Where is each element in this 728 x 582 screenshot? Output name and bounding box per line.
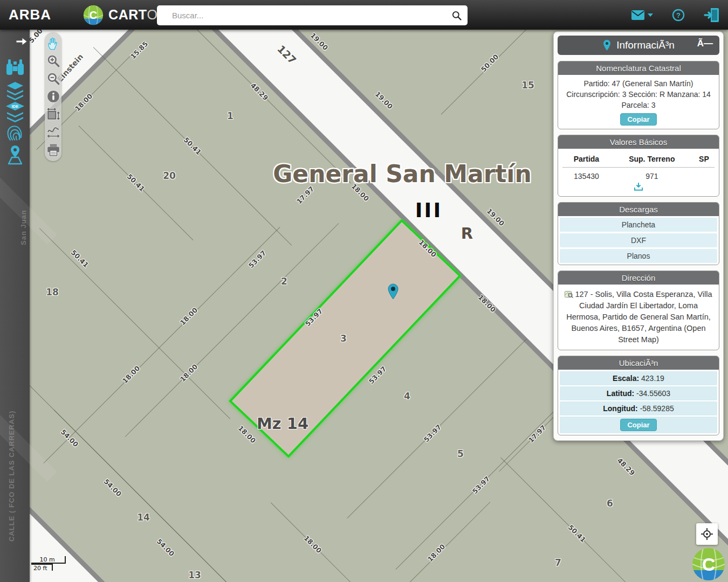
info-icon [46, 89, 60, 103]
zoom-out-icon [46, 72, 60, 86]
hand-icon [46, 36, 60, 51]
left-sidebar: CALLE ( FCO DE LAS CARRERAS) San Juan [0, 30, 30, 582]
escala-row: Escala: 423.19 [560, 371, 717, 385]
download-planos-button[interactable]: Planos [560, 249, 717, 263]
scale-metric: 10 m [31, 556, 66, 564]
expand-arrow-icon[interactable] [15, 36, 28, 47]
svg-text:?: ? [676, 11, 681, 19]
parcel-boundary-line [79, 126, 194, 240]
sp-value [693, 168, 715, 182]
logout-button[interactable] [703, 6, 720, 24]
carto-wordmark: CARTO [108, 7, 157, 23]
mail-menu-button[interactable] [631, 10, 654, 20]
zoom-in-button[interactable] [46, 52, 61, 69]
map-marker-pin [387, 283, 400, 300]
parcel-boundary-line [395, 390, 575, 570]
map-parcel-label: 15 [521, 80, 534, 91]
escala-value: 423.19 [641, 374, 664, 383]
zoom-out-button[interactable] [46, 70, 61, 87]
latitud-value: -34.55603 [636, 389, 670, 398]
parcel-boundary-line [271, 502, 355, 582]
download-dxf-button[interactable]: DXF [560, 233, 717, 247]
scale-imperial: 20 ft [31, 564, 53, 571]
download-icon [634, 183, 643, 191]
col-sup-terreno: Sup. Terreno [610, 152, 693, 168]
location-pin-icon [602, 39, 612, 51]
direccion-section: Dirección 127 - Solis, Villa Costa Esper… [558, 271, 719, 350]
map-dim-label: 18.00 [426, 543, 447, 564]
col-partida: Partida [562, 152, 610, 168]
copy-nomenclatura-button[interactable]: Copiar [620, 113, 656, 126]
search-input[interactable] [162, 11, 451, 20]
ide-badge: IDE [11, 104, 18, 109]
print-button[interactable] [46, 141, 61, 158]
descargas-header: Descargas [558, 203, 719, 216]
ide-layers-icon[interactable]: IDE [5, 101, 25, 124]
search-box[interactable] [157, 5, 468, 25]
ubicacion-section: UbicaciÃ³n Escala: 423.19 Latitud: -34.5… [558, 356, 719, 435]
fingerprint-icon[interactable] [5, 122, 25, 144]
longitud-value: -58.59285 [640, 404, 674, 413]
map-toolbar [45, 32, 61, 161]
map-parcel-label: 14 [137, 512, 150, 523]
download-values-button[interactable] [634, 183, 643, 193]
close-icon[interactable]: Ã— [697, 38, 713, 49]
measure-area-button[interactable] [46, 106, 61, 122]
map-dim-label: 53.97 [247, 249, 268, 270]
map-parcel-label: 18 [46, 287, 59, 297]
help-button[interactable]: ? [672, 9, 685, 22]
col-sp: SP [693, 152, 715, 168]
map-scale-bar: 10 m 20 ft [31, 556, 66, 571]
download-plancheta-button[interactable]: Plancheta [560, 218, 717, 232]
nomenclatura-circ: Circunscripción: 3 Sección: R Manzana: 1… [562, 89, 715, 100]
nomenclatura-header: Nomenclatura Catastral [558, 61, 719, 75]
valores-table: Partida Sup. Terreno SP 135430 971 [562, 152, 715, 182]
ubicacion-copy-row: Copiar [560, 417, 717, 433]
svg-text:C: C [90, 9, 98, 21]
parcel-boundary-line [500, 458, 654, 582]
sup-terreno-value: 971 [610, 168, 693, 182]
selected-parcel-highlight[interactable] [229, 219, 462, 458]
map-dim-label: 18.00 [178, 306, 200, 327]
map-dim-label: 54.00 [102, 477, 123, 498]
nomenclatura-partido: Partido: 47 (General San Martín) [562, 78, 715, 89]
valores-section: Valores Básicos Partida Sup. Terreno SP … [558, 135, 719, 197]
map-dim-label: 54.00 [59, 428, 80, 449]
osm-map-icon [565, 290, 573, 298]
binoculars-icon[interactable] [5, 58, 25, 77]
map-parcel-label: 13 [188, 570, 201, 580]
mail-icon [631, 10, 645, 20]
map-dim-label: 18.00 [237, 424, 258, 445]
crosshair-icon [700, 528, 713, 541]
panel-title: InformaciÃ³n [616, 39, 675, 51]
measure-path-button[interactable] [46, 123, 61, 140]
arba-logo[interactable]: ARBA [9, 6, 51, 23]
carto-logo[interactable]: C CARTO [83, 4, 157, 26]
top-bar: ARBA C CARTO [0, 0, 728, 30]
copy-ubicacion-button[interactable]: Copiar [620, 419, 656, 431]
map-dim-label: 50.00 [479, 53, 500, 74]
map-dim-label: 17.97 [295, 185, 316, 206]
feature-info-button[interactable] [46, 88, 61, 105]
partida-value: 135430 [562, 168, 610, 182]
nomenclatura-section: Nomenclatura Catastral Partido: 47 (Gene… [558, 61, 719, 129]
descargas-section: Descargas Plancheta DXF Planos [558, 202, 719, 265]
map-dim-label: 54.00 [155, 537, 176, 558]
map-dim-label: 15.85 [129, 40, 150, 61]
locate-me-button[interactable] [696, 523, 718, 545]
pan-tool-button[interactable] [46, 34, 61, 51]
map-parcel-label: 4 [404, 391, 410, 401]
layers-icon[interactable] [5, 81, 25, 101]
mail-caret-icon [647, 13, 654, 17]
carto-globe-icon: C [83, 4, 104, 26]
parcel-boundary-line [43, 227, 280, 463]
direccion-header: Dirección [558, 271, 719, 285]
coverage-pin-icon[interactable] [4, 144, 26, 165]
map-dim-label: 50.41 [70, 248, 91, 269]
search-icon[interactable] [451, 10, 462, 21]
map-parcel-label: 6 [607, 498, 613, 509]
ghost-street-label: San Juan [19, 210, 28, 245]
nomenclatura-parcela: Parcela: 3 [562, 100, 715, 110]
ubicacion-header: UbicaciÃ³n [558, 356, 719, 370]
parcel-boundary-line [39, 228, 230, 419]
